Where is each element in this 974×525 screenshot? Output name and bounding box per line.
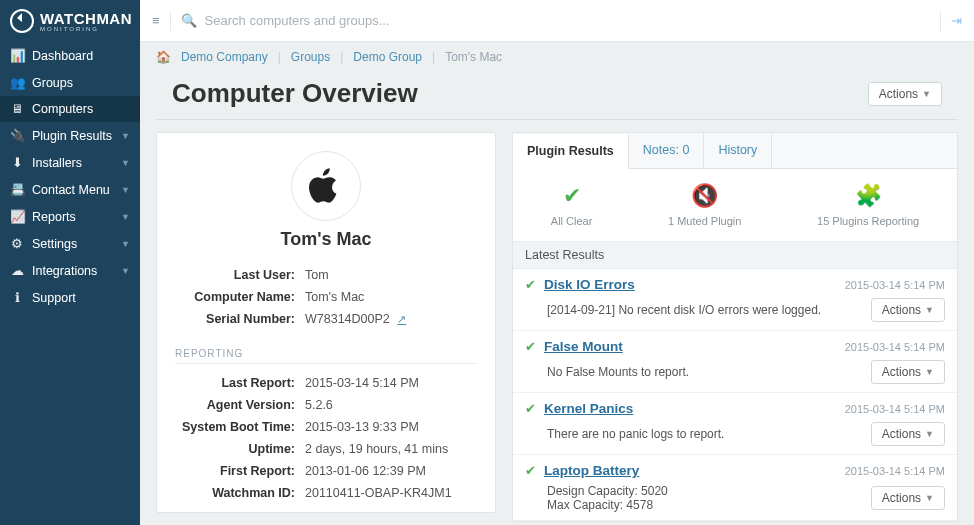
sidebar-item-computers[interactable]: 🖥Computers [0, 96, 140, 122]
sidebar-icon: 👥 [10, 75, 24, 90]
result-name[interactable]: False Mount [544, 339, 837, 354]
result-false-mount: ✔False Mount2015-03-14 5:14 PMNo False M… [513, 331, 957, 393]
sidebar-item-label: Support [32, 291, 130, 305]
overview-section-reporting: REPORTING [175, 342, 477, 364]
kv-key: Computer Name: [175, 290, 305, 304]
sidebar-item-label: Groups [32, 76, 130, 90]
sidebar-item-label: Plugin Results [32, 129, 113, 143]
tab-notes-0[interactable]: Notes: 0 [629, 133, 705, 168]
crumb-demo-company[interactable]: Demo Company [181, 50, 268, 64]
result-disk-io-errors: ✔Disk IO Errors2015-03-14 5:14 PM[2014-0… [513, 269, 957, 331]
kv-row: First Report:2013-01-06 12:39 PM [175, 460, 477, 482]
result-actions-button[interactable]: Actions▼ [871, 298, 945, 322]
result-body: No False Mounts to report.Actions▼ [525, 354, 945, 384]
nav: 📊Dashboard👥Groups🖥Computers🔌Plugin Resul… [0, 42, 140, 311]
status-icon: ✔ [551, 183, 593, 209]
sidebar-icon: 🖥 [10, 102, 24, 116]
tab-body: ✔All Clear🔇1 Muted Plugin🧩15 Plugins Rep… [512, 168, 958, 522]
result-timestamp: 2015-03-14 5:14 PM [845, 465, 945, 477]
sidebar-item-integrations[interactable]: ☁Integrations▼ [0, 257, 140, 284]
result-body: There are no panic logs to report.Action… [525, 416, 945, 446]
caret-down-icon: ▼ [121, 266, 130, 276]
status-label: 1 Muted Plugin [668, 215, 741, 227]
sidebar-item-label: Contact Menu [32, 183, 113, 197]
status-15-plugins-reporting: 🧩15 Plugins Reporting [817, 183, 919, 227]
caret-down-icon: ▼ [121, 131, 130, 141]
status-label: 15 Plugins Reporting [817, 215, 919, 227]
kv-key: Serial Number: [175, 312, 305, 326]
crumb-demo-group[interactable]: Demo Group [353, 50, 422, 64]
kv-value: 2015-03-13 9:33 PM [305, 420, 419, 434]
logout-icon[interactable]: ⇥ [951, 13, 962, 28]
result-head: ✔Laptop Battery2015-03-14 5:14 PM [525, 463, 945, 478]
result-timestamp: 2015-03-14 5:14 PM [845, 279, 945, 291]
crumb-divider: | [432, 50, 435, 64]
sidebar-icon: ☁ [10, 263, 24, 278]
page-actions-label: Actions [879, 87, 918, 101]
result-name[interactable]: Laptop Battery [544, 463, 837, 478]
caret-down-icon: ▼ [925, 429, 934, 439]
kv-row: Uptime:2 days, 19 hours, 41 mins [175, 438, 477, 460]
brand[interactable]: WATCHMAN MONITORING [0, 0, 140, 42]
kv-key: System Boot Time: [175, 420, 305, 434]
kv-key: Last Report: [175, 376, 305, 390]
result-message: No False Mounts to report. [547, 365, 871, 379]
kv-row: Agent Version:5.2.6 [175, 394, 477, 416]
result-message: [2014-09-21] No recent disk I/O errors w… [547, 303, 871, 317]
brand-logo-icon [10, 9, 34, 33]
result-actions-label: Actions [882, 303, 921, 317]
result-name[interactable]: Disk IO Errors [544, 277, 837, 292]
sidebar-item-groups[interactable]: 👥Groups [0, 69, 140, 96]
main: ≡ 🔍 ⇥ 🏠 Demo Company | Groups | Demo Gro… [140, 0, 974, 525]
page-actions-button[interactable]: Actions ▼ [868, 82, 942, 106]
sidebar-icon: 📊 [10, 48, 24, 63]
caret-down-icon: ▼ [925, 493, 934, 503]
sidebar-item-support[interactable]: ℹSupport [0, 284, 140, 311]
kv-value: Tom's Mac [305, 290, 364, 304]
kv-value: 5.2.6 [305, 398, 333, 412]
result-actions-button[interactable]: Actions▼ [871, 360, 945, 384]
search-input[interactable] [205, 13, 505, 28]
sidebar-item-installers[interactable]: ⬇Installers▼ [0, 149, 140, 176]
menu-toggle-icon[interactable]: ≡ [152, 13, 160, 28]
overview-os-icon [291, 151, 361, 221]
sidebar-item-settings[interactable]: ⚙Settings▼ [0, 230, 140, 257]
result-kernel-panics: ✔Kernel Panics2015-03-14 5:14 PMThere ar… [513, 393, 957, 455]
result-name[interactable]: Kernel Panics [544, 401, 837, 416]
kv-key: Last User: [175, 268, 305, 282]
kv-value: W78314D00P2 ↗ [305, 312, 406, 326]
brand-text: WATCHMAN MONITORING [40, 11, 132, 32]
sidebar-icon: 📇 [10, 182, 24, 197]
status-all-clear: ✔All Clear [551, 183, 593, 227]
sidebar-item-contact-menu[interactable]: 📇Contact Menu▼ [0, 176, 140, 203]
external-link-icon[interactable]: ↗ [397, 313, 406, 325]
crumb-groups[interactable]: Groups [291, 50, 330, 64]
status-1-muted-plugin: 🔇1 Muted Plugin [668, 183, 741, 227]
sidebar-item-label: Reports [32, 210, 113, 224]
sidebar-item-plugin-results[interactable]: 🔌Plugin Results▼ [0, 122, 140, 149]
sidebar-item-dashboard[interactable]: 📊Dashboard [0, 42, 140, 69]
result-actions-button[interactable]: Actions▼ [871, 422, 945, 446]
tabs: Plugin ResultsNotes: 0History [512, 132, 958, 168]
kv-value: 2015-03-14 5:14 PM [305, 376, 419, 390]
kv-row: Watchman ID:20110411-OBAP-KR4JM1 [175, 482, 477, 504]
caret-down-icon: ▼ [121, 158, 130, 168]
sidebar-icon: 📈 [10, 209, 24, 224]
caret-down-icon: ▼ [925, 367, 934, 377]
status-row: ✔All Clear🔇1 Muted Plugin🧩15 Plugins Rep… [513, 169, 957, 241]
status-ok-icon: ✔ [525, 339, 536, 354]
result-head: ✔Disk IO Errors2015-03-14 5:14 PM [525, 277, 945, 292]
status-label: All Clear [551, 215, 593, 227]
sidebar-item-label: Settings [32, 237, 113, 251]
home-icon[interactable]: 🏠 [156, 50, 171, 64]
caret-down-icon: ▼ [121, 239, 130, 249]
overview-kv-reporting: Last Report:2015-03-14 5:14 PMAgent Vers… [175, 372, 477, 504]
crumb-divider: | [278, 50, 281, 64]
sidebar-item-reports[interactable]: 📈Reports▼ [0, 203, 140, 230]
kv-row: Computer Name:Tom's Mac [175, 286, 477, 308]
kv-row: Last Report:2015-03-14 5:14 PM [175, 372, 477, 394]
tab-history[interactable]: History [704, 133, 772, 168]
latest-results-title: Latest Results [513, 241, 957, 269]
result-actions-button[interactable]: Actions▼ [871, 486, 945, 510]
tab-plugin-results[interactable]: Plugin Results [513, 134, 629, 169]
